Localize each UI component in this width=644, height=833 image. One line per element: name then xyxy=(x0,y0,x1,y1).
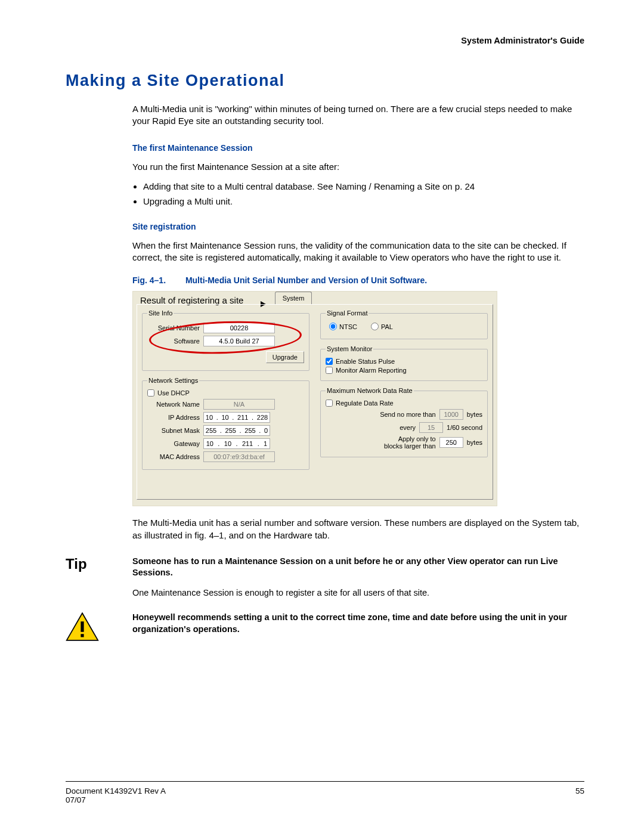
sect1-bullet: Upgrading a Multi unit. xyxy=(143,196,584,206)
sect1-lead: You run the first Maintenance Session at… xyxy=(132,161,584,173)
unit-every: 1/60 second xyxy=(447,424,482,431)
checkbox-enable-pulse[interactable] xyxy=(326,358,333,365)
unit-bytes: bytes xyxy=(467,411,482,418)
label-pal: PAL xyxy=(381,323,393,330)
fieldset-data-rate: Maximum Network Data Rate Regulate Data … xyxy=(320,387,488,457)
tip-label: Tip xyxy=(66,556,132,608)
ip-octet: 211 xyxy=(237,414,248,421)
system-dialog: Result of registering a site System Site… xyxy=(132,291,497,506)
ip-octet: 228 xyxy=(257,414,268,421)
label-enable-pulse: Enable Status Pulse xyxy=(336,358,395,365)
fieldset-network-settings: Network Settings Use DHCP Network Name N… xyxy=(142,377,309,470)
footer-date: 07/07 xyxy=(66,795,86,804)
subhead-site-registration: Site registration xyxy=(132,222,584,231)
ip-octet: 255 xyxy=(206,427,216,434)
radio-pal[interactable] xyxy=(371,323,379,330)
label-use-dhcp: Use DHCP xyxy=(157,389,190,397)
value-mac: 00:07:e9:3d:ba:ef xyxy=(203,451,275,462)
figure-number: Fig. 4–1. xyxy=(132,275,183,285)
label-serial-number: Serial Number xyxy=(147,324,200,332)
label-gateway: Gateway xyxy=(147,440,200,447)
ip-octet: 10 xyxy=(206,414,213,421)
ip-octet: 255 xyxy=(225,427,236,434)
page-title: Making a Site Operational xyxy=(66,72,584,90)
fieldset-system-monitor: System Monitor Enable Status Pulse Monit… xyxy=(320,345,488,381)
legend-data-rate: Maximum Network Data Rate xyxy=(326,387,414,394)
label-apply-only: Apply only to blocks larger than xyxy=(384,435,436,450)
tip-normal-text: One Maintenance Session is enough to reg… xyxy=(132,587,584,599)
value-network-name: N/A xyxy=(203,399,275,410)
input-send-bytes[interactable]: 1000 xyxy=(439,409,463,420)
warning-text: Honeywell recommends setting a unit to t… xyxy=(132,612,584,635)
ip-octet: 10 xyxy=(224,440,231,447)
warning-icon xyxy=(66,612,132,643)
footer-page-number: 55 xyxy=(575,786,584,804)
legend-site-info: Site Info xyxy=(147,309,174,317)
page-footer: Document K14392V1 Rev A 07/07 55 xyxy=(66,781,584,804)
sect2-body: When the first Maintenance Session runs,… xyxy=(132,240,584,264)
intro-paragraph: A Multi-Media unit is "working" within m… xyxy=(132,103,584,128)
figure-title: Multi-Media Unit Serial Number and Versi… xyxy=(185,275,427,285)
header-guide: System Administrator's Guide xyxy=(66,36,584,45)
label-regulate-rate: Regulate Data Rate xyxy=(336,400,394,407)
value-software: 4.5.0 Build 27 xyxy=(203,336,275,346)
after-figure-paragraph: The Multi-Media unit has a serial number… xyxy=(132,517,584,541)
label-every: every xyxy=(400,424,416,431)
input-subnet-mask[interactable]: 255. 255. 255. 0 xyxy=(203,425,270,436)
unit-apply: bytes xyxy=(467,439,482,446)
label-alarm-reporting: Monitor Alarm Reporting xyxy=(336,367,407,374)
ip-octet: 211 xyxy=(242,440,253,447)
ip-octet: 1 xyxy=(264,440,267,447)
label-send-no-more: Send no more than xyxy=(380,411,436,418)
legend-signal: Signal Format xyxy=(326,309,369,317)
fieldset-site-info: Site Info Serial Number 00228 Software 4… xyxy=(142,309,309,371)
label-ntsc: NTSC xyxy=(339,323,357,330)
label-subnet: Subnet Mask xyxy=(147,427,200,434)
input-every[interactable]: 15 xyxy=(419,422,443,433)
checkbox-use-dhcp[interactable] xyxy=(147,389,154,397)
ip-octet: 255 xyxy=(244,427,255,434)
checkbox-alarm-reporting[interactable] xyxy=(326,367,333,374)
value-serial-number: 00228 xyxy=(203,323,275,333)
input-gateway[interactable]: 10. 10. 211. 1 xyxy=(203,438,270,449)
tab-system[interactable]: System xyxy=(275,292,312,305)
legend-monitor: System Monitor xyxy=(326,345,373,352)
subhead-first-maintenance: The first Maintenance Session xyxy=(132,143,584,153)
figure-caption: Fig. 4–1. Multi-Media Unit Serial Number… xyxy=(132,275,584,285)
label-network-name: Network Name xyxy=(147,401,200,408)
ip-octet: 10 xyxy=(206,440,213,447)
label-mac: MAC Address xyxy=(147,453,200,460)
sect1-bullet: Adding that site to a Multi central data… xyxy=(143,181,584,191)
tip-bold-text: Someone has to run a Maintenance Session… xyxy=(132,556,584,579)
ip-octet: 0 xyxy=(264,427,268,434)
radio-ntsc[interactable] xyxy=(329,323,337,330)
input-ip-address[interactable]: 10. 10. 211. 228 xyxy=(203,412,270,423)
svg-rect-1 xyxy=(80,622,83,633)
label-ip-address: IP Address xyxy=(147,414,200,421)
svg-rect-2 xyxy=(80,634,83,637)
checkbox-regulate-rate[interactable] xyxy=(326,400,333,407)
footer-doc: Document K14392V1 Rev A xyxy=(66,786,166,795)
legend-network: Network Settings xyxy=(147,377,199,384)
ip-octet: 10 xyxy=(221,414,228,421)
upgrade-button[interactable]: Upgrade xyxy=(266,351,304,363)
fieldset-signal-format: Signal Format NTSC PAL xyxy=(320,309,488,339)
input-apply-bytes[interactable]: 250 xyxy=(439,437,463,448)
label-software: Software xyxy=(147,337,200,345)
